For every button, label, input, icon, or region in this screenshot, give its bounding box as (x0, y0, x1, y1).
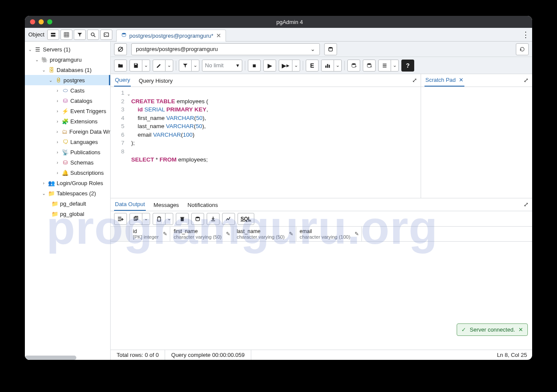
tree-ts-pgglobal[interactable]: 📁pg_global (25, 209, 110, 219)
close-window-icon[interactable] (30, 19, 35, 24)
tree-server[interactable]: ⌄🐘programguru (25, 54, 110, 65)
tree-psql-icon[interactable] (100, 30, 112, 40)
tree-tablespaces[interactable]: ⌄📁Tablespaces (2) (25, 188, 110, 198)
status-cursor-pos: Ln 8, Col 25 (492, 352, 532, 358)
tree-casts[interactable]: ›⬭Casts (25, 85, 110, 96)
tab-messages[interactable]: Messages (153, 199, 180, 211)
check-icon: ✓ (461, 326, 466, 333)
tree-databases[interactable]: ⌄🗄Databases (1) (25, 65, 110, 75)
tree-servers[interactable]: ⌄☰Servers (1) (25, 44, 110, 54)
edit-icon[interactable]: ✎ (355, 231, 359, 237)
save-data-button[interactable] (191, 213, 204, 225)
edit-button[interactable] (153, 60, 166, 72)
help-button[interactable]: ? (401, 60, 414, 72)
tab-notifications[interactable]: Notifications (187, 199, 219, 211)
filter-button[interactable] (179, 60, 192, 72)
paste-button[interactable] (153, 213, 166, 225)
tab-data-output[interactable]: Data Output (114, 198, 146, 211)
tree-login-roles[interactable]: ›👥Login/Group Roles (25, 178, 110, 188)
save-dropdown[interactable]: ⌄ (142, 60, 150, 72)
casts-icon: ⬭ (62, 87, 69, 94)
tree-event-triggers[interactable]: ›⚡Event Triggers (25, 106, 110, 116)
explain-button[interactable]: E (306, 60, 319, 72)
tree-server-icon[interactable] (47, 30, 59, 40)
macros-button[interactable] (378, 60, 391, 72)
tree-db-postgres[interactable]: ⌄🛢postgres (25, 75, 110, 85)
expand-editor-icon[interactable]: ⤢ (412, 77, 417, 84)
svg-rect-18 (329, 65, 330, 68)
connection-select[interactable]: postgres/postgres@programguru⌄ (131, 43, 320, 55)
edit-dropdown[interactable]: ⌄ (165, 60, 173, 72)
copy-dropdown[interactable]: ⌄ (142, 213, 150, 225)
tree-fdw[interactable]: ›🗂Foreign Data Wr (25, 126, 110, 137)
rollback-button[interactable] (363, 60, 376, 72)
edit-icon[interactable]: ✎ (289, 231, 293, 237)
edit-icon[interactable]: ✎ (226, 231, 230, 237)
tree-schemas[interactable]: ›⛁Schemas (25, 157, 110, 168)
delete-row-button[interactable] (176, 213, 189, 225)
zoom-window-icon[interactable] (47, 19, 52, 24)
tree-languages[interactable]: ›🗨Languages (25, 137, 110, 147)
col-last-name[interactable]: last_namecharacter varying (50)✎ (233, 227, 296, 241)
file-tab[interactable]: postgres/postgres@programguru* ✕ (116, 30, 226, 42)
tree-extensions[interactable]: ›🧩Extensions (25, 116, 110, 126)
catalogs-icon: ⛁ (62, 97, 69, 104)
tree-subscriptions[interactable]: ›🔔Subscriptions (25, 168, 110, 178)
languages-icon: 🗨 (62, 138, 69, 145)
tab-query[interactable]: Query (114, 74, 131, 87)
col-first-name[interactable]: first_namecharacter varying (50)✎ (170, 227, 233, 241)
svg-rect-17 (327, 64, 328, 68)
graph-visualizer-button[interactable] (222, 213, 235, 225)
sidebar-scrollbar[interactable] (25, 356, 76, 360)
tree-publications[interactable]: ›📡Publications (25, 147, 110, 157)
sql-view-button[interactable]: SQL (238, 213, 254, 225)
edit-icon[interactable]: ✎ (163, 231, 167, 237)
fold-icon[interactable]: ⌄ (127, 90, 130, 99)
window-titlebar: pgAdmin 4 (25, 16, 532, 28)
tab-query-history[interactable]: Query History (138, 75, 173, 87)
explain-dropdown[interactable]: ⌄ (334, 60, 342, 72)
svg-point-37 (196, 216, 200, 218)
expand-scratch-icon[interactable]: ⤢ (524, 77, 529, 84)
save-button[interactable] (129, 60, 142, 72)
tree-search-icon[interactable] (87, 30, 99, 40)
folder-icon: 📁 (51, 210, 58, 217)
open-file-button[interactable] (114, 60, 127, 72)
tree-filter-icon[interactable] (74, 30, 86, 40)
role-button[interactable] (324, 43, 337, 55)
scratch-pad-area[interactable] (421, 87, 532, 198)
copy-button[interactable] (129, 213, 142, 225)
result-grid-header: id[PK] integer✎ first_namecharacter vary… (111, 227, 532, 242)
minimize-window-icon[interactable] (39, 19, 44, 24)
tree-catalogs[interactable]: ›⛁Catalogs (25, 96, 110, 106)
tab-scratch-pad[interactable]: Scratch Pad ✕ (425, 74, 464, 87)
execute-dropdown[interactable]: ⌄ (292, 60, 300, 72)
connection-row: postgres/postgres@programguru⌄ (111, 42, 532, 57)
tree-table-icon[interactable] (60, 30, 72, 40)
close-toast-icon[interactable]: ✕ (518, 326, 523, 333)
top-bar: Object postgres/postgres@programguru* ✕ … (25, 28, 532, 42)
commit-button[interactable] (347, 60, 360, 72)
filter-dropdown[interactable]: ⌄ (191, 60, 199, 72)
elephant-icon: 🐘 (41, 56, 48, 63)
close-tab-icon[interactable]: ✕ (216, 32, 221, 39)
add-row-button[interactable] (114, 213, 127, 225)
explain-analyze-button[interactable] (321, 60, 334, 72)
col-email[interactable]: emailcharacter varying (100)✎ (296, 227, 362, 241)
disconnect-button[interactable] (114, 43, 127, 55)
menu-more-icon[interactable]: ⋮ (522, 30, 532, 39)
execute-script-button[interactable]: ▶▶ (279, 60, 292, 72)
paste-dropdown[interactable]: ⌄ (165, 213, 173, 225)
macros-dropdown[interactable]: ⌄ (391, 60, 399, 72)
execute-button[interactable]: ▶ (263, 60, 276, 72)
close-scratch-icon[interactable]: ✕ (459, 77, 464, 83)
sql-source[interactable]: CREATE TABLE employees ( id SERIAL PRIMA… (127, 87, 208, 198)
limit-select[interactable]: No limit▾ (202, 60, 242, 72)
col-id[interactable]: id[PK] integer✎ (129, 227, 170, 241)
stop-button[interactable]: ■ (248, 60, 261, 72)
expand-output-icon[interactable]: ⤢ (524, 201, 529, 208)
tree-ts-pgdefault[interactable]: 📁pg_default (25, 198, 110, 209)
reset-layout-button[interactable] (516, 43, 529, 55)
download-button[interactable] (207, 213, 220, 225)
sql-editor[interactable]: 12345678 ⌄ CREATE TABLE employees ( id S… (111, 87, 421, 198)
